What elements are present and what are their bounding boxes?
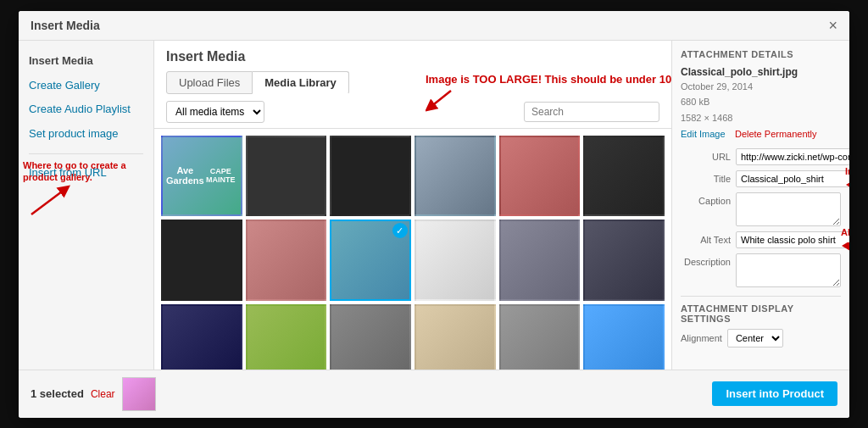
description-field-row: Description <box>681 253 841 287</box>
alt-text-annotation: Alt Text <box>841 227 849 256</box>
alt-text-label: Alt Text <box>681 231 736 245</box>
attachment-size: 680 kB <box>681 95 841 109</box>
thumb-12[interactable] <box>583 220 665 301</box>
alignment-label: Alignment <box>681 333 722 343</box>
alignment-select[interactable]: Center None Left Right <box>727 329 783 347</box>
modal-body: Insert Media Create Gallery Create Audio… <box>19 41 849 370</box>
title-input[interactable] <box>736 170 849 187</box>
modal-header: Insert Media × <box>19 11 849 41</box>
alignment-row: Alignment Center None Left Right <box>681 329 841 347</box>
image-title-annotation: Image Title <box>845 166 849 195</box>
title-label: Title <box>681 170 736 184</box>
description-label: Description <box>681 253 736 267</box>
thumb-5[interactable] <box>499 136 581 217</box>
main-header: Insert Media Upload Files Media Library … <box>154 41 671 129</box>
attachment-info: Classical_polo_shirt.jpg October 29, 201… <box>681 66 841 141</box>
thumb-3[interactable] <box>330 136 411 217</box>
tab-upload-files[interactable]: Upload Files <box>166 71 253 94</box>
thumb-8[interactable] <box>246 220 327 301</box>
thumb-11[interactable] <box>499 220 581 301</box>
main-content: Insert Media Upload Files Media Library … <box>154 41 671 370</box>
tabs: Upload Files Media Library <box>166 71 659 94</box>
attachment-date: October 29, 2014 <box>681 80 841 94</box>
selected-count: 1 selected <box>31 387 84 400</box>
sidebar-item-insert-from-url[interactable]: Insert from URL <box>19 161 153 186</box>
thumb-2[interactable] <box>246 136 327 217</box>
edit-image-link[interactable]: Edit Image <box>681 129 726 139</box>
alt-arrow <box>841 237 849 254</box>
gallery-area: Ave GardensCAPE MAINTE ✓ <box>154 129 671 370</box>
modal-header-title: Insert Media <box>31 19 100 32</box>
tab-media-library[interactable]: Media Library <box>253 71 349 94</box>
caption-field-row: Caption <box>681 192 841 226</box>
title-field-row: Title Image Title <box>681 170 841 187</box>
clear-link[interactable]: Clear <box>91 388 115 400</box>
sidebar-item-set-product-image[interactable]: Set product image <box>19 122 153 147</box>
attachment-filename: Classical_polo_shirt.jpg <box>681 66 841 78</box>
thumb-13[interactable] <box>161 304 242 370</box>
svg-line-1 <box>31 189 65 214</box>
thumb-16[interactable] <box>415 304 496 370</box>
sidebar-item-create-gallery[interactable]: Create Gallery <box>19 74 153 98</box>
thumb-4[interactable] <box>415 136 496 217</box>
caption-label: Caption <box>681 192 736 206</box>
title-arrow <box>845 176 849 193</box>
annotation-arrow <box>23 185 74 219</box>
display-settings-title: ATTACHMENT DISPLAY SETTINGS <box>681 296 841 324</box>
media-filter[interactable]: All media items <box>166 101 264 123</box>
modal-overlay: Insert Media × Insert Media Create Galle… <box>0 0 868 428</box>
sidebar-item-create-playlist[interactable]: Create Audio Playlist <box>19 97 153 122</box>
url-label: URL <box>681 148 736 162</box>
toolbar: All media items <box>166 101 659 123</box>
selected-info: 1 selected Clear <box>31 377 156 411</box>
delete-permanently-link[interactable]: Delete Permanently <box>735 129 817 139</box>
thumb-9[interactable]: ✓ <box>330 220 411 301</box>
close-button[interactable]: × <box>828 18 837 33</box>
gallery-grid: Ave GardensCAPE MAINTE ✓ <box>161 136 665 370</box>
search-input[interactable] <box>524 102 659 122</box>
main-header-title: Insert Media <box>166 49 659 64</box>
thumb-10[interactable] <box>415 220 496 301</box>
thumb-15[interactable] <box>330 304 411 370</box>
selected-thumbnail <box>122 377 156 411</box>
modal-footer: 1 selected Clear Insert into Product <box>19 370 849 418</box>
thumb-17[interactable] <box>499 304 581 370</box>
attachment-details-title: ATTACHMENT DETAILS <box>681 49 841 59</box>
thumb-6[interactable] <box>583 136 665 217</box>
attachment-dimensions: 1582 × 1468 <box>681 111 841 125</box>
description-textarea[interactable] <box>736 253 841 287</box>
url-field-row: URL <box>681 148 841 165</box>
caption-textarea[interactable] <box>736 192 841 226</box>
sidebar-title: Insert Media <box>19 49 153 74</box>
alt-text-input[interactable] <box>736 231 849 248</box>
thumb-14[interactable] <box>246 304 327 370</box>
sidebar: Insert Media Create Gallery Create Audio… <box>19 41 154 370</box>
alt-text-field-row: Alt Text Alt Text <box>681 231 841 248</box>
thumb-7[interactable] <box>161 220 242 301</box>
thumb-1[interactable]: Ave GardensCAPE MAINTE <box>161 136 242 217</box>
thumb-check: ✓ <box>392 223 408 238</box>
details-panel: ATTACHMENT DETAILS Classical_polo_shirt.… <box>671 41 849 370</box>
insert-into-product-button[interactable]: Insert into Product <box>712 381 837 406</box>
url-input[interactable] <box>736 148 849 165</box>
sidebar-divider <box>29 153 143 154</box>
thumb-18[interactable] <box>583 304 665 370</box>
insert-media-modal: Insert Media × Insert Media Create Galle… <box>19 11 849 418</box>
attachment-links: Edit Image Delete Permanently <box>681 128 841 140</box>
